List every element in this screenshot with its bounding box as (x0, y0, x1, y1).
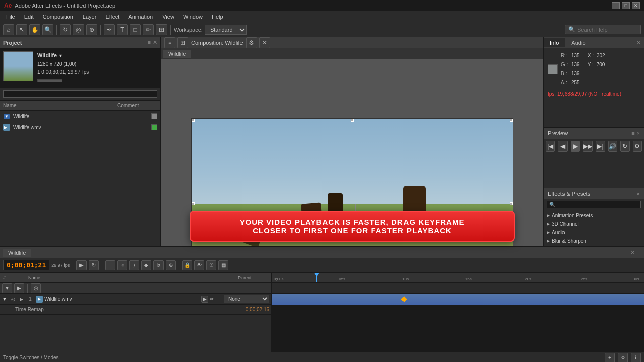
home-button[interactable]: ⌂ (3, 24, 14, 35)
preview-first-btn[interactable]: |◀ (546, 141, 555, 152)
comp-settings-btn[interactable]: ⚙ (246, 37, 257, 48)
preview-settings-btn[interactable]: ⚙ (633, 141, 642, 152)
parent-dropdown[interactable]: None (224, 295, 269, 303)
preview-next-btn[interactable]: ▶▶ (583, 141, 593, 152)
paint-tool[interactable]: ✏ (143, 24, 154, 35)
comp-snap-btn[interactable]: ⊞ (177, 37, 188, 48)
x-value: 302 (597, 51, 605, 60)
minimize-button[interactable]: ─ (612, 2, 620, 9)
workspace-dropdown[interactable]: Standard All Panels Minimal (205, 25, 247, 35)
info-panel-menu[interactable]: ≡ (624, 40, 633, 46)
comp-header: ≡ ⊞ Composition: Wildlife ⚙ ✕ (161, 37, 543, 48)
zoom-tool[interactable]: 🔍 (42, 24, 53, 35)
menu-help[interactable]: Help (208, 13, 227, 21)
effect-blur-sharpen[interactable]: ▶ Blur & Sharpen (544, 237, 644, 245)
project-panel-close-icon[interactable]: ✕ (153, 39, 157, 46)
maximize-button[interactable]: □ (622, 2, 630, 9)
tab-info[interactable]: Info (544, 38, 565, 47)
comp-close-btn[interactable]: ✕ (259, 37, 270, 48)
menu-composition[interactable]: Composition (39, 13, 77, 21)
timeline-menu-icon[interactable]: ≡ (638, 250, 641, 256)
clone-tool[interactable]: ⊞ (156, 24, 167, 35)
comp-menu-btn[interactable]: ≡ (164, 37, 175, 48)
preview-panel-header: Preview ≡ × (544, 128, 644, 139)
tl-motion-blur-btn[interactable]: ⋯ (105, 260, 115, 270)
preview-menu-icon[interactable]: ≡ (631, 130, 634, 136)
toolbar: ⌂ ↖ ✋ 🔍 ↻ ◎ ⊕ ✒ T □ ✏ ⊞ Workspace: Stand… (0, 22, 644, 37)
menu-view[interactable]: View (158, 13, 178, 21)
hand-tool[interactable]: ✋ (29, 24, 40, 35)
layer-add-btn[interactable]: ▶ (14, 283, 24, 293)
tl-loop-btn[interactable]: ↻ (89, 260, 99, 270)
preview-last-btn[interactable]: ▶| (596, 141, 605, 152)
tl-draft-btn[interactable]: ⟩ (129, 260, 139, 270)
preview-play-btn[interactable]: ▶ (571, 141, 580, 152)
timeline-timecode[interactable]: 0;00;01;21 (3, 260, 49, 270)
effects-menu-icon[interactable]: ≡ (631, 191, 634, 197)
project-info: Wildlife ▼ 644 x 362 (1,00) 1 0;00;30;0… (37, 51, 89, 85)
item-color-box (151, 113, 157, 119)
tl-keyframe-btn[interactable]: ◆ (141, 260, 151, 270)
layer-expand-btn[interactable]: ▼ (2, 283, 12, 293)
project-item-wildlife-footage[interactable]: ▶ Wildlife.wmv (0, 122, 160, 133)
effect-animation-presets[interactable]: ▶ Animation Presets (544, 211, 644, 220)
tl-shy-btn[interactable]: 👁 (194, 260, 204, 270)
tl-label-btn[interactable]: ▦ (218, 260, 228, 270)
tab-audio[interactable]: Audio (565, 38, 591, 47)
layer-1-expand[interactable]: ▼ (2, 296, 8, 302)
camera-tool[interactable]: ◎ (73, 24, 84, 35)
notification-banner: YOUR VIDEO PLAYBACK IS FASTER, DRAG KEYF… (161, 206, 543, 246)
tl-play-btn[interactable]: ▶ (76, 260, 87, 270)
tl-frame-blend-btn[interactable]: ≋ (117, 260, 127, 270)
select-tool[interactable]: ↖ (16, 24, 27, 35)
g-value: 139 (571, 60, 580, 69)
layer-solo-all[interactable]: ◎ (31, 283, 41, 293)
search-help-input[interactable] (577, 27, 637, 33)
pan-tool[interactable]: ⊕ (86, 24, 97, 35)
tl-solo-btn[interactable]: ☉ (206, 260, 216, 270)
pen-icon[interactable]: ✏ (210, 296, 214, 302)
info-panel-close[interactable]: ✕ (633, 40, 644, 46)
effect-3d-channel[interactable]: ▶ 3D Channel (544, 220, 644, 228)
preview-close-icon[interactable]: × (637, 130, 640, 136)
preview-loop-btn[interactable]: ↻ (620, 141, 629, 152)
layer-1-icons: ◎ ▶ (10, 296, 25, 303)
project-panel-controls[interactable]: ≡ ✕ (148, 39, 157, 46)
menu-animation[interactable]: Animation (124, 13, 157, 21)
menu-effect[interactable]: Effect (101, 13, 123, 21)
tl-adjust-btn[interactable]: ⊕ (166, 260, 176, 270)
playhead[interactable] (316, 273, 317, 282)
tl-expression-btn[interactable]: fx (153, 260, 164, 270)
app-icon: Ae (4, 2, 12, 9)
status-info-btn[interactable]: ℹ (631, 353, 641, 363)
status-add-layer-btn[interactable]: + (605, 353, 615, 363)
menu-layer[interactable]: Layer (78, 13, 101, 21)
video-icon[interactable]: ▶ (18, 296, 25, 303)
close-button[interactable]: ✕ (632, 2, 640, 9)
solo-icon[interactable]: ◎ (10, 296, 17, 303)
timeline-close-icon[interactable]: ✕ (630, 249, 635, 256)
wildlife-tab[interactable]: Wildlife (163, 50, 191, 58)
tl-lock-btn[interactable]: 🔒 (182, 260, 192, 270)
menu-file[interactable]: File (2, 13, 19, 21)
preview-prev-btn[interactable]: ◀ (558, 141, 567, 152)
project-item-wildlife-comp[interactable]: ▼ Wildlife (0, 111, 160, 122)
preview-audio-btn[interactable]: 🔊 (608, 141, 617, 152)
text-tool[interactable]: T (117, 24, 128, 35)
project-search-input[interactable] (3, 90, 157, 98)
layer-1-name[interactable]: Wildlife.wmv (44, 296, 200, 302)
effect-audio[interactable]: ▶ Audio (544, 228, 644, 237)
effects-close-icon[interactable]: × (637, 191, 640, 197)
title-bar-controls[interactable]: ─ □ ✕ (612, 2, 640, 9)
project-panel-menu-icon[interactable]: ≡ (148, 39, 151, 46)
effects-search-input[interactable] (547, 201, 641, 208)
comp-tab-bar: Wildlife (161, 48, 543, 59)
menu-edit[interactable]: Edit (20, 13, 38, 21)
layer-1-edit-btn[interactable]: ▶ (201, 296, 208, 303)
pen-tool[interactable]: ✒ (104, 24, 115, 35)
timeline-wildlife-tab[interactable]: Wildlife (3, 249, 31, 257)
shape-tool[interactable]: □ (130, 24, 141, 35)
status-settings-btn[interactable]: ⚙ (618, 353, 628, 363)
rotate-tool[interactable]: ↻ (60, 24, 71, 35)
menu-window[interactable]: Window (179, 13, 207, 21)
